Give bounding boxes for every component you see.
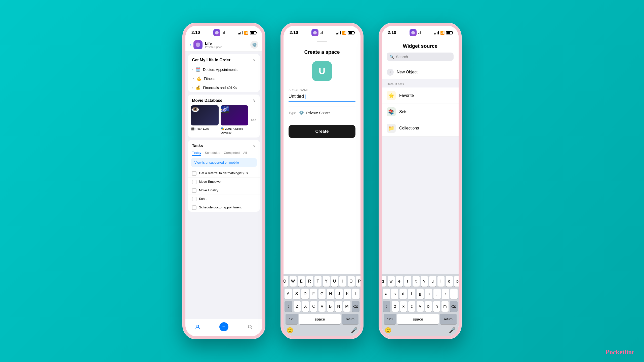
- key-o[interactable]: O: [348, 276, 355, 287]
- ws-item-favorite[interactable]: ⭐ Favorite: [382, 87, 459, 104]
- task-item-4[interactable]: Sch...: [188, 195, 260, 203]
- task-checkbox-3[interactable]: [192, 188, 196, 193]
- key-t[interactable]: T: [314, 276, 321, 287]
- key-r[interactable]: R: [306, 276, 313, 287]
- key-l[interactable]: L: [352, 289, 359, 299]
- key-v[interactable]: V: [318, 301, 326, 312]
- ws-item-collections[interactable]: 📁 Collections: [382, 120, 459, 137]
- key3-y[interactable]: y: [421, 276, 428, 287]
- key3-p[interactable]: p: [454, 276, 459, 287]
- key3-z[interactable]: z: [392, 301, 399, 312]
- emoji-button[interactable]: 🙂: [287, 327, 293, 334]
- key3-j[interactable]: j: [433, 289, 441, 299]
- key-h[interactable]: H: [327, 289, 334, 299]
- task-checkbox-1[interactable]: [192, 171, 196, 176]
- task-item-2[interactable]: Move Empower: [188, 177, 260, 186]
- key3-l[interactable]: l: [450, 289, 458, 299]
- key-s[interactable]: S: [293, 289, 300, 299]
- nav-people[interactable]: [195, 324, 200, 330]
- key3-c[interactable]: c: [408, 301, 415, 312]
- create-button[interactable]: Create: [289, 125, 355, 138]
- key-y[interactable]: Y: [323, 276, 330, 287]
- key-j[interactable]: J: [335, 289, 343, 299]
- tab-scheduled[interactable]: Scheduled: [205, 151, 220, 156]
- key-d[interactable]: D: [301, 289, 309, 299]
- mic-button-3[interactable]: 🎤: [449, 327, 456, 334]
- nav-search[interactable]: [247, 324, 253, 330]
- key3-o[interactable]: o: [446, 276, 453, 287]
- key3-a[interactable]: a: [383, 289, 390, 299]
- key-k[interactable]: K: [344, 289, 351, 299]
- key-shift[interactable]: ⇧: [285, 301, 292, 312]
- ws-item-sets[interactable]: 📚 Sets: [382, 104, 459, 120]
- key-return[interactable]: return: [342, 314, 358, 324]
- nav-add[interactable]: +: [219, 322, 228, 331]
- add-button[interactable]: +: [219, 322, 228, 331]
- key3-q[interactable]: q: [382, 276, 386, 287]
- gear-button[interactable]: ⚙️: [250, 41, 258, 49]
- tab-today[interactable]: Today: [192, 151, 201, 156]
- item-financials[interactable]: › 💰 Financials and 401Ks: [188, 83, 260, 92]
- item-fitness[interactable]: • 💪 Fitness: [188, 74, 260, 83]
- key3-t[interactable]: t: [413, 276, 420, 287]
- movie-card-1[interactable]: 👁️ 🎬 Heart Eyes: [191, 105, 219, 134]
- key3-return[interactable]: return: [440, 314, 457, 324]
- key3-delete[interactable]: ⌫: [450, 301, 458, 312]
- space-icon-preview[interactable]: U: [312, 61, 332, 81]
- key-123[interactable]: 123: [286, 314, 298, 324]
- task-checkbox-4[interactable]: [192, 197, 196, 201]
- key3-b[interactable]: b: [425, 301, 432, 312]
- key3-w[interactable]: w: [388, 276, 395, 287]
- task-item-5[interactable]: Schedule doctor appointment: [188, 203, 260, 212]
- key-n[interactable]: N: [335, 301, 342, 312]
- collapse-icon-3[interactable]: ∨: [253, 144, 256, 148]
- key3-123[interactable]: 123: [384, 314, 396, 324]
- tab-completed[interactable]: Completed: [224, 151, 240, 156]
- key-z[interactable]: Z: [294, 301, 301, 312]
- section-life-header[interactable]: Get My Life in Order ∨: [188, 54, 260, 65]
- key-g[interactable]: G: [318, 289, 326, 299]
- see-more-button[interactable]: See: [250, 105, 257, 134]
- key3-g[interactable]: g: [417, 289, 424, 299]
- space-name-input[interactable]: Untitled: [289, 94, 355, 102]
- collapse-icon-1[interactable]: ∨: [253, 58, 256, 62]
- key-delete[interactable]: ⌫: [352, 301, 359, 312]
- key3-m[interactable]: m: [441, 301, 449, 312]
- key3-f[interactable]: f: [408, 289, 415, 299]
- key3-u[interactable]: u: [429, 276, 436, 287]
- key3-e[interactable]: e: [396, 276, 403, 287]
- task-checkbox-5[interactable]: [192, 205, 196, 210]
- key3-x[interactable]: x: [400, 301, 407, 312]
- key3-v[interactable]: v: [417, 301, 424, 312]
- new-object-row[interactable]: + New Object: [382, 65, 459, 79]
- key-b[interactable]: B: [327, 301, 334, 312]
- key3-k[interactable]: k: [442, 289, 449, 299]
- ws-search-bar[interactable]: 🔍: [387, 53, 454, 61]
- key-f[interactable]: F: [310, 289, 317, 299]
- key3-h[interactable]: h: [425, 289, 432, 299]
- collapse-icon-2[interactable]: ∨: [253, 98, 256, 103]
- key-a[interactable]: A: [285, 289, 292, 299]
- movie-card-2[interactable]: 🌌 🎭 2001: A Space Odyssey: [221, 105, 248, 134]
- back-button[interactable]: ‹: [189, 42, 191, 48]
- search-input[interactable]: [396, 55, 451, 59]
- key3-i[interactable]: i: [437, 276, 445, 287]
- tab-all[interactable]: All: [243, 151, 247, 156]
- key-u[interactable]: U: [331, 276, 338, 287]
- key3-n[interactable]: n: [433, 301, 440, 312]
- item-doctors[interactable]: › 🗓️ Doctors Appointments: [188, 65, 260, 74]
- task-item-3[interactable]: Move Fidelity: [188, 186, 260, 195]
- key-space[interactable]: space: [299, 314, 341, 324]
- key3-r[interactable]: r: [404, 276, 411, 287]
- key-q[interactable]: Q: [284, 276, 288, 287]
- key3-d[interactable]: d: [399, 289, 407, 299]
- task-checkbox-2[interactable]: [192, 180, 196, 184]
- emoji-button-3[interactable]: 🙂: [385, 327, 391, 334]
- key-m[interactable]: M: [343, 301, 350, 312]
- key3-shift[interactable]: ⇧: [383, 301, 390, 312]
- section-tasks-header[interactable]: Tasks ∨: [188, 140, 260, 151]
- mic-button[interactable]: 🎤: [351, 327, 357, 334]
- key3-s[interactable]: s: [391, 289, 398, 299]
- key-x[interactable]: X: [302, 301, 309, 312]
- key3-space[interactable]: space: [397, 314, 439, 324]
